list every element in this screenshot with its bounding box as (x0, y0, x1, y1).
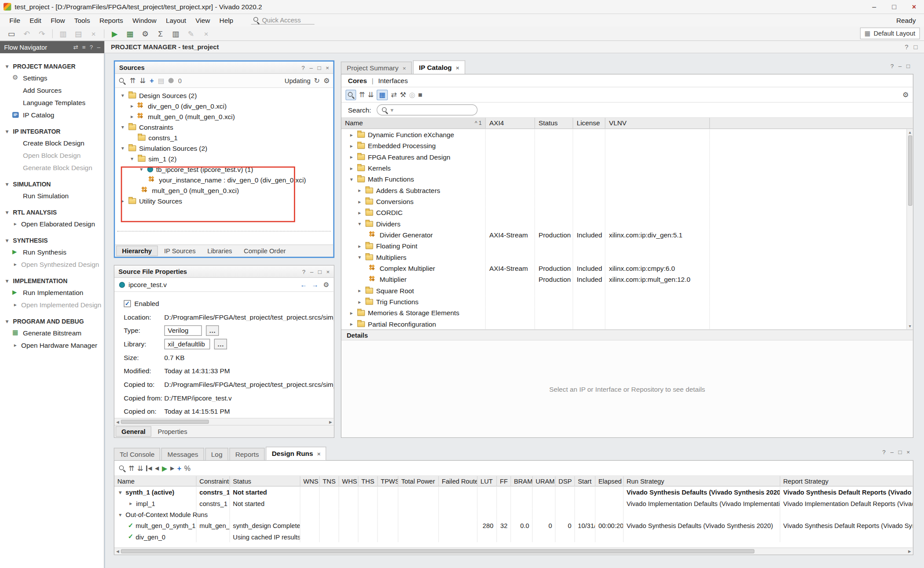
sidebar-item-open-block-design[interactable]: Open Block Design (0, 149, 104, 161)
menu-reports[interactable]: Reports (95, 15, 128, 25)
maximize-icon[interactable]: □ (906, 63, 910, 69)
column-header[interactable]: Total Power (398, 476, 439, 486)
ip-category-row[interactable]: ▸Partial Reconfiguration (341, 318, 913, 329)
column-header[interactable]: LUT (477, 476, 497, 486)
minimize-icon[interactable]: – (310, 268, 313, 275)
gear-icon[interactable]: ⚙ (323, 280, 329, 289)
run-row-impl1[interactable]: ▸impl_1 constrs_1 Not started Vivado Imp… (114, 498, 913, 509)
expand-all-icon[interactable]: ⇊ (139, 76, 145, 85)
paste-icon[interactable]: ▤ (71, 27, 85, 40)
run-row-synth1[interactable]: ▾synth_1 (active) constrs_1 Not started … (114, 487, 913, 498)
tab-reports[interactable]: Reports (229, 448, 264, 460)
chevron-right-icon[interactable]: ▸ (348, 143, 354, 149)
tree-item[interactable]: ▸constrs_1 (115, 132, 333, 143)
menu-file[interactable]: File (5, 15, 25, 25)
column-vlnv[interactable]: VLNV (605, 118, 710, 128)
search-button[interactable] (345, 89, 356, 100)
ip-category-row[interactable]: ▸CORDIC (341, 207, 913, 218)
tab-project-summary[interactable]: Project Summary× (341, 62, 412, 74)
type-browse-button[interactable]: … (206, 325, 219, 335)
tab-properties[interactable]: Properties (153, 427, 193, 436)
column-header[interactable]: Run Strategy (623, 476, 780, 486)
search-icon[interactable] (118, 77, 125, 84)
chevron-down-icon[interactable]: ▾ (117, 511, 123, 517)
maximize-icon[interactable]: □ (317, 64, 321, 71)
run-icon[interactable]: ▶ (162, 464, 167, 472)
ip-category-row[interactable]: ▾Multipliers (341, 251, 913, 262)
close-icon[interactable]: × (326, 64, 329, 71)
column-axi4[interactable]: AXI4 (486, 118, 535, 128)
enabled-checkbox[interactable]: ✓ (124, 300, 131, 307)
ip-row[interactable]: Divider GeneratorAXI4-StreamProductionIn… (341, 229, 913, 240)
back-icon[interactable]: ← (300, 281, 307, 288)
add-sources-icon[interactable]: + (150, 76, 154, 85)
tree-item[interactable]: ▾Simulation Sources (2) (115, 143, 333, 153)
scroll-left-icon[interactable]: ◀ (114, 419, 121, 425)
sidebar-item-open-hardware-manager[interactable]: ▸Open Hardware Manager (0, 339, 104, 351)
menu-window[interactable]: Window (128, 15, 161, 25)
sidebar-item-ip-catalog[interactable]: IPIP Catalog (0, 109, 104, 121)
ip-category-row[interactable]: ▸Adders & Subtracters (341, 185, 913, 196)
sources-panel-header[interactable]: Sources ? – □ × (115, 62, 333, 74)
section-program-and-debug[interactable]: ▾PROGRAM AND DEBUG (0, 316, 104, 327)
tree-item[interactable]: ▾Design Sources (2) (115, 90, 333, 101)
run-group-row[interactable]: ▾Out-of-Context Module Runs (114, 509, 913, 520)
maximize-icon[interactable]: □ (898, 449, 902, 455)
menu-help[interactable]: Help (215, 15, 238, 25)
sum-icon[interactable]: Σ (153, 27, 168, 40)
ip-category-row[interactable]: ▸FPGA Features and Design (341, 151, 913, 162)
column-header[interactable]: Status (230, 476, 301, 486)
collapse-all-icon[interactable]: ⇈ (130, 76, 136, 85)
section-rtl-analysis[interactable]: ▾RTL ANALYSIS (0, 207, 104, 218)
chevron-right-icon[interactable]: ▸ (348, 154, 354, 160)
tab-log[interactable]: Log (205, 448, 228, 460)
edit-icon[interactable]: ✎ (183, 27, 198, 40)
tree-item[interactable]: ▸div_gen_0 (div_gen_0.xci) (115, 101, 333, 111)
run-icon[interactable]: ▶ (107, 27, 122, 40)
tree-item[interactable]: ▾sim_1 (2) (115, 153, 333, 164)
ip-category-row[interactable]: ▸Memories & Storage Elements (341, 307, 913, 318)
column-header[interactable]: TPWS (378, 476, 399, 486)
chevron-right-icon[interactable]: ▸ (357, 243, 363, 249)
sidebar-item-open-implemented-design[interactable]: ▸Open Implemented Design (0, 299, 104, 311)
tree-item[interactable]: ▸mult_gen_0 (mult_gen_0.xci) (115, 111, 333, 122)
close-icon[interactable]: × (403, 65, 406, 71)
menu-view[interactable]: View (191, 15, 215, 25)
library-input[interactable]: xil_defaultlib (164, 339, 210, 349)
reports-icon[interactable]: ▥ (169, 27, 183, 40)
ip-category-row[interactable]: ▸Square Root (341, 285, 913, 296)
step-forward-icon[interactable]: ▶ (170, 465, 174, 471)
percent-icon[interactable]: % (184, 464, 191, 472)
section-ip-integrator[interactable]: ▾IP INTEGRATOR (0, 126, 104, 137)
report-icon[interactable]: ▤ (158, 76, 165, 85)
tree-item[interactable]: mult_gen_0 (mult_gen_0.xci) (115, 185, 333, 196)
help-icon[interactable]: ? (882, 449, 885, 455)
chevron-right-icon[interactable]: ▸ (357, 187, 363, 193)
skip-to-start-icon[interactable]: ◀ (146, 465, 152, 471)
column-name[interactable]: Name^ 1 (341, 118, 486, 128)
square-icon[interactable]: ■ (418, 91, 422, 99)
collapse-icon[interactable]: – (97, 44, 100, 51)
collapse-all-icon[interactable]: ⇈ (128, 464, 134, 472)
section-implementation[interactable]: ▾IMPLEMENTATION (0, 276, 104, 286)
section-project-manager[interactable]: ▾PROJECT MANAGER (0, 61, 104, 72)
chevron-down-icon[interactable]: ▾ (120, 146, 125, 151)
sidebar-item-open-synthesized-design[interactable]: ▸Open Synthesized Design (0, 258, 104, 270)
chevron-right-icon[interactable]: ▸ (348, 131, 354, 137)
column-header[interactable]: TNS (320, 476, 339, 486)
chevron-down-icon[interactable]: ▾ (348, 176, 354, 182)
tab-compile-order[interactable]: Compile Order (238, 246, 291, 255)
wrench-icon[interactable]: ⚒ (400, 91, 406, 99)
close-icon[interactable]: × (317, 451, 321, 457)
column-header[interactable]: DSP (556, 476, 575, 486)
menu-flow[interactable]: Flow (46, 15, 70, 25)
tab-hierarchy[interactable]: Hierarchy (116, 246, 158, 256)
minimize-icon[interactable]: – (890, 449, 893, 455)
minimize-icon[interactable]: – (309, 64, 312, 71)
delete-icon[interactable]: × (86, 27, 101, 40)
chevron-right-icon[interactable]: ▸ (129, 114, 135, 120)
close-icon[interactable]: × (326, 268, 330, 275)
scroll-up-icon[interactable]: ▲ (907, 129, 913, 135)
column-header[interactable]: Constraints (197, 476, 230, 486)
undo-icon[interactable]: ↶ (19, 27, 34, 40)
